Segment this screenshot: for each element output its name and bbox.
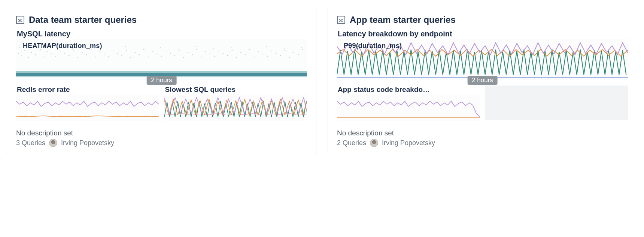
svg-point-67 xyxy=(302,49,303,50)
author-name: Irving Popovetsky xyxy=(382,139,435,147)
hero-metric-label: HEATMAP(duration_ms) xyxy=(23,42,102,50)
card-description: No description set xyxy=(337,129,628,137)
svg-point-20 xyxy=(95,57,96,57)
svg-point-63 xyxy=(285,50,286,51)
svg-point-60 xyxy=(271,51,272,51)
svg-point-29 xyxy=(134,52,136,53)
svg-point-82 xyxy=(266,46,267,47)
svg-point-55 xyxy=(249,49,250,50)
query-count: 3 Queries xyxy=(16,139,45,147)
hero-chart[interactable]: HEATMAP(duration_ms) 2 hours xyxy=(16,39,307,80)
svg-point-78 xyxy=(195,46,196,47)
svg-point-79 xyxy=(213,48,214,49)
svg-point-21 xyxy=(99,51,100,52)
board-card[interactable]: App team starter queries Latency breakdo… xyxy=(328,7,637,154)
svg-point-77 xyxy=(178,48,179,48)
svg-point-4 xyxy=(28,57,29,58)
chart-svg xyxy=(16,94,159,121)
svg-point-26 xyxy=(121,55,122,56)
svg-point-54 xyxy=(245,54,246,55)
svg-point-36 xyxy=(165,51,167,51)
hero-chart[interactable]: P99(duration_ms) 2 hours xyxy=(337,39,628,80)
svg-point-64 xyxy=(289,57,290,58)
board-card[interactable]: Data team starter queries MySQL latency … xyxy=(7,7,316,154)
svg-rect-86 xyxy=(16,71,307,73)
chart-icon xyxy=(16,16,24,24)
card-description: No description set xyxy=(16,129,307,137)
svg-point-2 xyxy=(21,56,22,56)
svg-point-32 xyxy=(148,57,149,57)
svg-point-65 xyxy=(293,52,294,53)
svg-point-49 xyxy=(223,53,224,54)
svg-point-58 xyxy=(262,54,264,54)
svg-point-18 xyxy=(86,54,87,55)
sub-chart-title: Slowest SQL queries xyxy=(165,86,307,94)
svg-point-22 xyxy=(104,54,105,54)
hero-metric-label: P99(duration_ms) xyxy=(344,42,402,50)
svg-point-23 xyxy=(108,56,109,57)
svg-point-5 xyxy=(31,52,32,53)
svg-point-1 xyxy=(18,53,19,54)
svg-point-61 xyxy=(276,53,277,54)
svg-point-3 xyxy=(24,50,25,51)
svg-point-40 xyxy=(183,57,184,58)
svg-point-12 xyxy=(60,51,61,51)
svg-point-75 xyxy=(143,48,143,49)
svg-point-10 xyxy=(51,54,52,54)
sub-chart-title: Redis error rate xyxy=(17,86,159,94)
svg-point-51 xyxy=(231,50,233,51)
svg-point-43 xyxy=(196,49,197,50)
svg-point-81 xyxy=(248,48,249,48)
svg-point-83 xyxy=(284,48,285,49)
hero-chart-title: Latency breakdown by endpoint xyxy=(338,30,628,38)
svg-point-39 xyxy=(179,50,180,51)
svg-point-11 xyxy=(55,56,57,57)
svg-point-27 xyxy=(126,50,127,51)
avatar xyxy=(49,139,57,147)
sub-chart-tile[interactable]: App status code breakdo… xyxy=(337,86,480,121)
svg-rect-92 xyxy=(337,94,480,121)
svg-point-48 xyxy=(218,51,219,51)
svg-point-52 xyxy=(236,57,237,58)
svg-point-41 xyxy=(188,52,189,53)
svg-point-8 xyxy=(43,57,44,57)
svg-point-6 xyxy=(35,54,36,55)
hero-chart-title: MySQL latency xyxy=(17,30,307,38)
card-header: App team starter queries xyxy=(337,15,628,25)
svg-point-15 xyxy=(73,50,74,51)
svg-point-74 xyxy=(125,46,126,47)
svg-point-9 xyxy=(46,51,48,52)
svg-rect-85 xyxy=(16,73,307,76)
author-name: Irving Popovetsky xyxy=(61,139,114,147)
svg-point-56 xyxy=(253,57,255,57)
svg-point-50 xyxy=(227,55,228,56)
sub-chart-tile[interactable]: Slowest SQL queries xyxy=(164,86,307,121)
svg-point-68 xyxy=(19,47,20,48)
svg-point-46 xyxy=(210,54,211,54)
svg-point-66 xyxy=(298,54,299,55)
svg-point-35 xyxy=(161,56,162,57)
svg-point-80 xyxy=(231,47,231,48)
sub-chart-tile[interactable]: Redis error rate xyxy=(16,86,159,121)
svg-point-59 xyxy=(267,56,268,57)
svg-point-28 xyxy=(130,57,131,58)
svg-point-25 xyxy=(117,53,118,54)
svg-point-13 xyxy=(64,53,65,54)
svg-point-73 xyxy=(107,48,108,48)
sub-chart-title: App status code breakdo… xyxy=(338,86,480,94)
svg-point-57 xyxy=(258,51,259,52)
svg-point-30 xyxy=(139,54,140,55)
empty-chart-tile xyxy=(485,86,628,121)
svg-point-24 xyxy=(113,51,114,51)
card-header: Data team starter queries xyxy=(16,15,307,25)
svg-point-31 xyxy=(143,49,145,50)
svg-point-76 xyxy=(160,47,161,48)
svg-point-53 xyxy=(240,52,242,53)
card-title: App team starter queries xyxy=(350,15,456,25)
time-range-badge: 2 hours xyxy=(146,76,177,85)
svg-point-33 xyxy=(152,51,154,52)
svg-point-38 xyxy=(174,55,175,56)
svg-rect-88 xyxy=(16,94,159,121)
avatar xyxy=(370,139,378,147)
svg-point-34 xyxy=(157,54,158,54)
